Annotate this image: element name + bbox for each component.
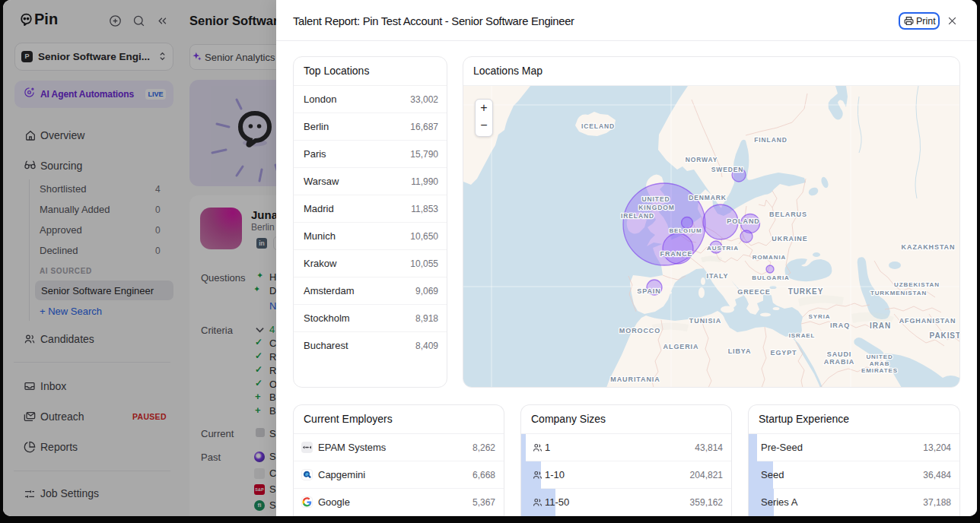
svg-text:MAURITANIA: MAURITANIA: [610, 376, 660, 383]
svg-text:IRELAND: IRELAND: [621, 212, 654, 220]
svg-text:SPAIN: SPAIN: [637, 287, 660, 295]
svg-text:ROMANIA: ROMANIA: [752, 254, 787, 261]
svg-text:DENMARK: DENMARK: [689, 194, 727, 201]
svg-text:EGYPT: EGYPT: [770, 349, 797, 357]
svg-text:UNITED: UNITED: [866, 353, 892, 360]
svg-text:SAUDI: SAUDI: [827, 350, 852, 358]
svg-text:POLAND: POLAND: [727, 217, 759, 225]
svg-text:IRAQ: IRAQ: [830, 322, 850, 329]
svg-text:ISRAEL: ISRAEL: [789, 332, 816, 339]
svg-text:FRANCE: FRANCE: [660, 250, 693, 258]
svg-text:MOROCCO: MOROCCO: [619, 327, 660, 334]
svg-text:KINGDOM: KINGDOM: [638, 204, 674, 211]
svg-text:TURKEY: TURKEY: [788, 287, 824, 296]
svg-text:TUNISIA: TUNISIA: [689, 317, 721, 325]
svg-text:BELARUS: BELARUS: [769, 211, 807, 218]
svg-text:ALGERIA: ALGERIA: [663, 343, 699, 350]
svg-text:ARAB: ARAB: [870, 360, 890, 367]
svg-text:NORWAY: NORWAY: [686, 156, 718, 163]
svg-text:KAZAKHSTAN: KAZAKHSTAN: [902, 243, 956, 251]
svg-text:FINLAND: FINLAND: [754, 136, 788, 144]
svg-text:ITALY: ITALY: [706, 272, 728, 280]
svg-text:AFGHANISTAN: AFGHANISTAN: [899, 317, 956, 325]
svg-text:LIBYA: LIBYA: [728, 347, 752, 355]
svg-text:UNITED: UNITED: [641, 195, 670, 203]
svg-text:UZBEKISTAN: UZBEKISTAN: [894, 281, 940, 288]
svg-text:SYRIA: SYRIA: [809, 313, 831, 320]
svg-text:GREECE: GREECE: [737, 288, 770, 296]
svg-text:EMIRATES: EMIRATES: [861, 367, 898, 374]
svg-text:PAKISTAN: PAKISTAN: [930, 331, 959, 340]
svg-text:TURKMENISTAN: TURKMENISTAN: [870, 290, 927, 296]
svg-text:ICELAND: ICELAND: [581, 122, 615, 130]
svg-text:UKRAINE: UKRAINE: [772, 235, 807, 242]
svg-text:BELGIUM: BELGIUM: [669, 227, 702, 234]
svg-text:ARABIA: ARABIA: [824, 358, 854, 366]
svg-text:BULGARIA: BULGARIA: [752, 274, 789, 281]
svg-text:SWEDEN: SWEDEN: [711, 166, 744, 173]
svg-text:IRAN: IRAN: [870, 322, 891, 330]
svg-text:AUSTRIA: AUSTRIA: [707, 245, 739, 252]
